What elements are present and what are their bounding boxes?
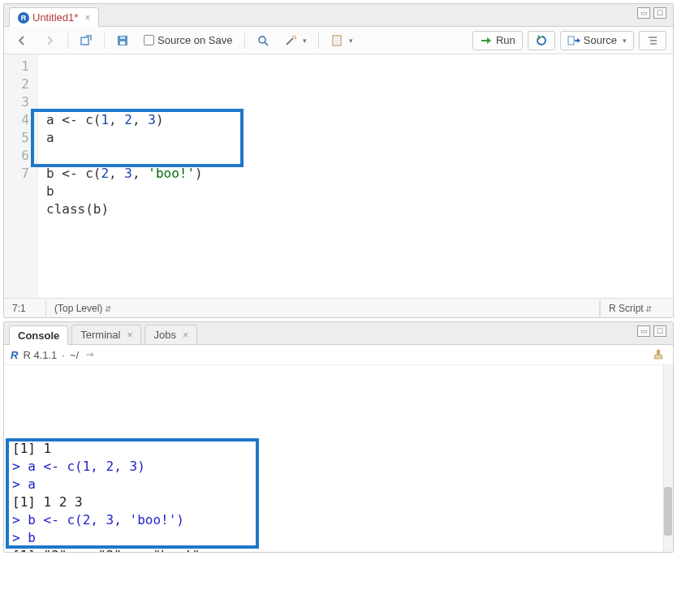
tab-console[interactable]: Console (9, 325, 68, 345)
nav-back-button[interactable] (11, 32, 33, 50)
code-line[interactable] (46, 218, 665, 236)
source-panel: R Untitled1* × ▭ ☐ Source on Save (3, 3, 674, 318)
console-line: > b <- c(2, 3, 'boo!') (12, 511, 665, 529)
outline-button[interactable] (639, 31, 666, 50)
source-label: Source (584, 34, 617, 46)
code-line[interactable]: b (46, 183, 665, 200)
separator (318, 32, 319, 49)
svg-marker-19 (577, 38, 580, 43)
search-icon (257, 34, 270, 47)
pane-window-controls: ▭ ☐ (637, 325, 666, 337)
outline-icon (646, 34, 659, 47)
find-replace-button[interactable] (252, 32, 274, 50)
save-icon (116, 34, 129, 47)
svg-point-4 (259, 37, 265, 43)
jobs-tab-label: Jobs (153, 329, 175, 341)
svg-rect-24 (657, 350, 660, 355)
source-tab-untitled1[interactable]: R Untitled1* × (9, 7, 99, 27)
console-line: > a (12, 476, 665, 493)
source-icon (567, 34, 580, 47)
separator (104, 32, 105, 49)
console-info-bar: R R 4.1.1 · ~/ (4, 345, 673, 365)
notebook-icon (330, 34, 343, 47)
rerun-button[interactable] (528, 31, 555, 50)
run-label: Run (496, 34, 515, 46)
svg-marker-23 (91, 352, 94, 357)
code-line[interactable]: a (46, 129, 665, 147)
console-line: [1] 1 2 3 (12, 493, 665, 511)
svg-marker-16 (538, 35, 541, 40)
source-button[interactable]: Source (560, 31, 634, 50)
run-button[interactable]: Run (472, 31, 523, 50)
separator (244, 32, 245, 49)
source-tabbar: R Untitled1* × ▭ ☐ (4, 4, 673, 27)
rerun-icon (535, 34, 548, 47)
svg-rect-3 (120, 37, 125, 39)
separator (67, 32, 68, 49)
source-toolbar: Source on Save Run Source (4, 27, 673, 54)
console-line: > b (12, 529, 665, 547)
svg-marker-15 (487, 37, 491, 44)
code-tools-button[interactable] (279, 32, 312, 50)
source-tab-title: Untitled1* (32, 11, 78, 24)
code-line[interactable]: class(b) (46, 200, 665, 218)
maximize-pane-icon[interactable]: ☐ (653, 7, 666, 19)
console-panel: Console Terminal × Jobs × ▭ ☐ R R 4.1.1 … (3, 321, 674, 553)
scrollbar-thumb[interactable] (664, 487, 672, 536)
svg-line-8 (295, 36, 295, 37)
cursor-position: 7:1 (4, 300, 46, 317)
console-tab-label: Console (18, 330, 59, 342)
wand-icon (284, 34, 297, 47)
working-directory[interactable]: ~/ (70, 349, 79, 361)
code-editor[interactable]: 1234567 a <- c(1, 2, 3)a b <- c(2, 3, 'b… (4, 54, 673, 298)
language-selector[interactable]: R Script (600, 300, 673, 317)
scope-selector[interactable]: (Top Level) (46, 300, 600, 317)
code-line[interactable]: a <- c(1, 2, 3) (46, 111, 665, 129)
close-icon[interactable]: × (183, 330, 188, 341)
line-number-gutter: 1234567 (4, 54, 38, 298)
r-version: R 4.1.1 (23, 349, 57, 361)
popout-icon (80, 34, 93, 47)
svg-line-5 (265, 42, 268, 45)
r-file-icon: R (18, 12, 29, 24)
tab-terminal[interactable]: Terminal × (71, 325, 141, 344)
minimize-pane-icon[interactable]: ▭ (637, 325, 650, 337)
info-separator: · (62, 349, 65, 361)
nav-forward-button[interactable] (38, 32, 61, 50)
arrow-left-icon (15, 34, 28, 47)
pane-window-controls: ▭ ☐ (637, 7, 666, 19)
scrollbar-track[interactable] (663, 365, 673, 552)
tab-jobs[interactable]: Jobs × (144, 325, 196, 344)
console-tabbar: Console Terminal × Jobs × ▭ ☐ (4, 322, 673, 345)
svg-rect-17 (568, 37, 574, 45)
arrow-right-icon (43, 34, 56, 47)
close-icon[interactable]: × (84, 12, 90, 24)
console-line: [1] "2" "3" "boo!" (12, 547, 665, 552)
show-in-new-window-button[interactable] (75, 32, 97, 50)
terminal-tab-label: Terminal (80, 329, 120, 341)
source-statusbar: 7:1 (Top Level) R Script (4, 298, 673, 317)
svg-line-6 (287, 38, 293, 45)
svg-rect-2 (120, 41, 125, 45)
compile-report-button[interactable] (326, 32, 358, 50)
svg-rect-0 (81, 37, 88, 45)
console-output[interactable]: [1] 1> a <- c(1, 2, 3)> a[1] 1 2 3> b <-… (4, 365, 673, 552)
console-line: > a <- c(1, 2, 3) (12, 458, 665, 476)
source-on-save-toggle[interactable]: Source on Save (139, 32, 238, 49)
close-icon[interactable]: × (127, 330, 132, 341)
goto-directory-icon[interactable] (84, 348, 97, 361)
minimize-pane-icon[interactable]: ▭ (637, 7, 650, 19)
checkbox-icon (144, 35, 154, 45)
code-area[interactable]: a <- c(1, 2, 3)a b <- c(2, 3, 'boo!')bcl… (38, 54, 673, 298)
run-icon (480, 34, 493, 47)
r-logo-icon: R (11, 349, 18, 361)
code-line[interactable]: b <- c(2, 3, 'boo!') (46, 165, 665, 183)
clear-console-icon[interactable] (652, 348, 665, 361)
code-line[interactable] (46, 147, 665, 165)
console-line: [1] 1 (12, 440, 665, 458)
save-button[interactable] (111, 32, 134, 50)
maximize-pane-icon[interactable]: ☐ (653, 325, 666, 337)
source-on-save-label: Source on Save (157, 34, 233, 46)
